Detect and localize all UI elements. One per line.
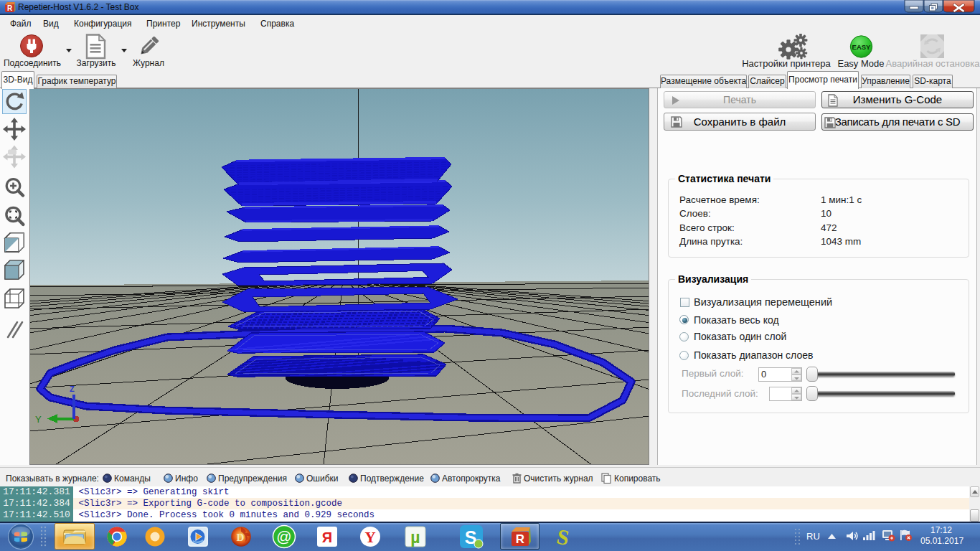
svg-text:R: R — [7, 4, 13, 12]
svg-text:Y: Y — [35, 414, 42, 425]
svg-text:EASY: EASY — [852, 43, 872, 51]
svg-text:µ: µ — [410, 528, 420, 547]
svg-text:R: R — [516, 532, 524, 546]
svg-text:D: D — [237, 532, 245, 543]
svg-text:Y: Y — [364, 529, 375, 546]
svg-text:@: @ — [276, 528, 291, 545]
svg-text:S: S — [555, 524, 571, 549]
svg-text:Я: Я — [322, 529, 332, 545]
svg-text:Z: Z — [70, 385, 75, 393]
